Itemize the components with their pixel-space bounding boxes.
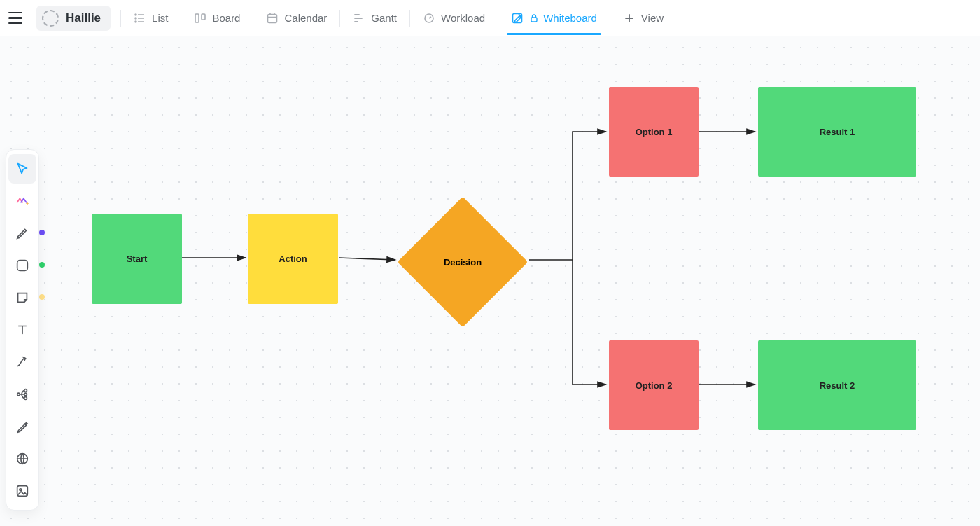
view-tab-label: List	[152, 12, 168, 24]
tool-mindmap[interactable]	[8, 380, 36, 409]
divider	[498, 10, 498, 27]
view-tab-label: Whiteboard	[543, 12, 597, 24]
tool-text[interactable]	[8, 315, 36, 345]
tool-select[interactable]	[8, 154, 36, 184]
tool-ai[interactable]: +	[8, 186, 36, 216]
svg-rect-5	[268, 14, 277, 22]
whiteboard-toolbox: +	[6, 149, 39, 511]
tool-pen[interactable]	[8, 219, 36, 248]
tool-image[interactable]	[8, 476, 36, 506]
divider	[253, 10, 253, 27]
tool-website[interactable]	[8, 444, 36, 473]
divider	[181, 10, 181, 27]
node-decision[interactable]: Decision	[396, 195, 529, 328]
svg-text:+: +	[26, 200, 29, 207]
shape-color-indicator[interactable]	[39, 262, 45, 268]
sticky-color-indicator[interactable]	[39, 294, 45, 300]
tool-connector[interactable]	[8, 347, 36, 377]
svg-point-13	[24, 393, 27, 396]
tool-generate[interactable]	[8, 412, 36, 441]
node-label: Start	[127, 254, 148, 264]
workload-icon	[423, 12, 435, 25]
add-view-label: View	[641, 12, 664, 24]
list-icon	[134, 12, 146, 25]
svg-rect-8	[531, 18, 537, 22]
node-result-2[interactable]: Result 2	[758, 340, 916, 430]
svg-point-1	[135, 18, 136, 19]
view-tab-board[interactable]: Board	[186, 2, 248, 34]
view-tab-list[interactable]: List	[125, 2, 176, 34]
divider	[610, 10, 610, 27]
svg-rect-3	[195, 14, 199, 22]
node-action[interactable]: Action	[248, 214, 338, 304]
space-avatar-icon	[42, 10, 59, 27]
svg-rect-4	[202, 14, 205, 20]
svg-point-17	[20, 489, 22, 491]
node-label: Option 1	[636, 127, 673, 137]
view-tab-label: Workload	[441, 12, 485, 24]
view-tab-gantt[interactable]: Gantt	[344, 2, 405, 34]
tool-sticky[interactable]	[8, 283, 36, 312]
view-tab-label: Board	[212, 12, 240, 24]
pen-color-indicator[interactable]	[39, 230, 45, 235]
view-tab-workload[interactable]: Workload	[414, 2, 493, 34]
node-option-1[interactable]: Option 1	[609, 87, 699, 177]
tool-shape[interactable]	[8, 251, 36, 280]
node-label: Action	[279, 254, 307, 264]
svg-point-14	[24, 397, 27, 400]
lock-icon	[529, 13, 539, 23]
divider	[340, 10, 340, 27]
view-tab-label: Calendar	[284, 12, 327, 24]
view-tab-whiteboard[interactable]: Whiteboard	[503, 2, 606, 34]
space-selector[interactable]: Haillie	[36, 6, 111, 31]
whiteboard-icon	[511, 12, 524, 25]
svg-point-2	[135, 21, 136, 22]
menu-icon[interactable]	[8, 8, 28, 28]
view-tab-label: Gantt	[371, 12, 397, 24]
divider	[410, 10, 410, 27]
plus-icon	[623, 12, 636, 25]
add-view-button[interactable]: View	[615, 2, 672, 34]
top-toolbar: Haillie List Board Calendar Gantt Worklo…	[0, 0, 980, 36]
node-start[interactable]: Start	[92, 214, 182, 304]
node-result-1[interactable]: Result 1	[758, 87, 916, 177]
gantt-icon	[353, 12, 365, 25]
board-icon	[194, 12, 206, 25]
node-option-2[interactable]: Option 2	[609, 340, 699, 430]
view-tab-calendar[interactable]: Calendar	[258, 2, 335, 34]
svg-point-11	[18, 393, 20, 396]
svg-rect-10	[18, 261, 28, 271]
node-label: Result 1	[820, 127, 855, 137]
svg-point-12	[24, 389, 27, 392]
calendar-icon	[266, 12, 279, 25]
divider	[120, 10, 121, 27]
node-label: Result 2	[820, 380, 855, 391]
node-label: Decision	[444, 257, 482, 268]
svg-point-0	[135, 14, 136, 15]
space-name: Haillie	[66, 11, 101, 25]
whiteboard-canvas[interactable]: Start Action Decision Option 1 Option 2 …	[0, 36, 980, 526]
node-label: Option 2	[636, 380, 673, 391]
